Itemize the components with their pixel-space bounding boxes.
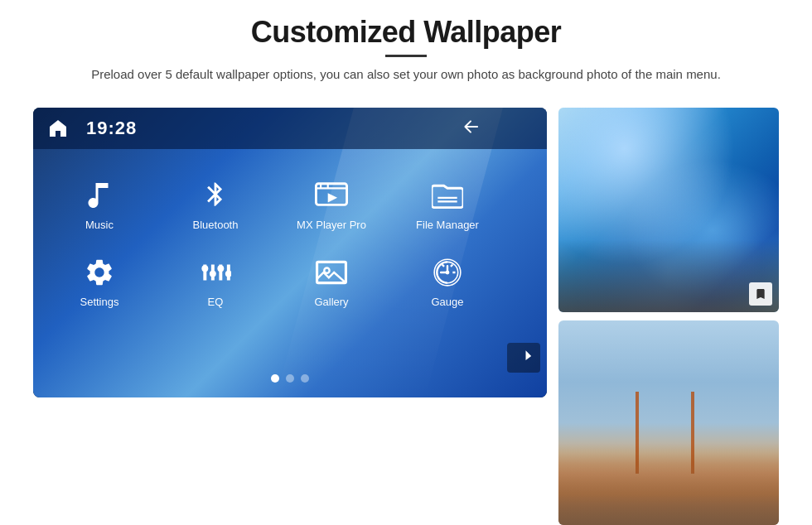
- skip-button[interactable]: [507, 343, 540, 373]
- wallpaper-ice-cave[interactable]: [558, 108, 779, 312]
- page-title: Customized Wallpaper: [33, 15, 779, 50]
- app-mxplayer[interactable]: MX Player Pro: [273, 166, 389, 243]
- pagination-dots: [271, 374, 309, 383]
- svg-line-25: [451, 264, 452, 266]
- page-header: Customized Wallpaper Preload over 5 defa…: [0, 0, 812, 93]
- svg-point-18: [225, 270, 231, 277]
- car-screen: 19:28 Music: [33, 108, 547, 397]
- app-eq-label: EQ: [208, 296, 224, 308]
- app-grid-row1: Music Bluetooth: [33, 149, 514, 328]
- app-bluetooth-label: Bluetooth: [193, 219, 239, 231]
- app-gallery-label: Gallery: [314, 296, 348, 308]
- gauge-icon: [429, 254, 466, 291]
- app-music-label: Music: [85, 219, 114, 231]
- app-gauge[interactable]: Gauge: [389, 243, 505, 320]
- svg-point-23: [446, 270, 450, 274]
- app-settings[interactable]: Settings: [41, 243, 157, 320]
- app-music[interactable]: Music: [41, 166, 157, 243]
- page-subtitle: Preload over 5 default wallpaper options…: [75, 65, 737, 84]
- bluetooth-icon: [197, 177, 234, 214]
- content-area: 19:28 Music: [0, 93, 812, 526]
- fog-layer: [558, 464, 779, 525]
- app-settings-label: Settings: [80, 296, 119, 308]
- app-gallery[interactable]: Gallery: [273, 243, 389, 320]
- pagination-dot-3[interactable]: [301, 374, 309, 383]
- music-icon: [81, 177, 118, 214]
- app-bluetooth[interactable]: Bluetooth: [157, 166, 273, 243]
- bridge-detail: [558, 320, 779, 525]
- app-gauge-label: Gauge: [431, 296, 463, 308]
- filemanager-icon: [429, 177, 466, 214]
- ice-cave-detail: [558, 108, 779, 312]
- home-icon[interactable]: [46, 118, 70, 138]
- app-eq[interactable]: EQ: [157, 243, 273, 320]
- app-filemanager-label: File Manager: [416, 219, 479, 231]
- mxplayer-icon: [313, 177, 350, 214]
- app-mxplayer-label: MX Player Pro: [297, 219, 366, 231]
- wallpaper-thumbnails: [558, 108, 779, 526]
- settings-icon: [81, 254, 118, 291]
- app-filemanager[interactable]: File Manager: [389, 166, 505, 243]
- svg-point-9: [201, 265, 208, 272]
- svg-marker-4: [328, 193, 337, 202]
- back-icon[interactable]: [461, 118, 481, 138]
- title-underline: [385, 55, 427, 57]
- pagination-dot-2[interactable]: [286, 374, 294, 383]
- svg-point-20: [324, 267, 329, 272]
- svg-point-15: [217, 265, 224, 272]
- screen-time: 19:28: [86, 118, 137, 139]
- pagination-dot-1[interactable]: [271, 374, 279, 383]
- gallery-icon: [313, 254, 350, 291]
- screen-topbar: 19:28: [33, 108, 547, 149]
- eq-icon: [197, 254, 234, 291]
- wallpaper-golden-gate[interactable]: [558, 320, 779, 525]
- svg-point-12: [210, 270, 216, 277]
- bookmark-icon: [749, 282, 772, 306]
- svg-line-24: [442, 264, 444, 266]
